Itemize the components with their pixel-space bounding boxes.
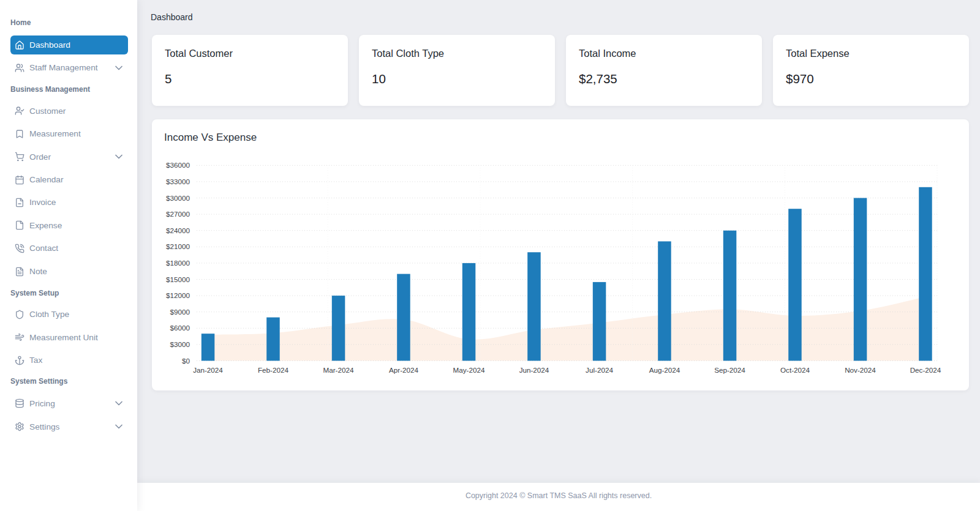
svg-text:$21000: $21000 [166,242,190,250]
svg-text:Dec-2024: Dec-2024 [910,366,941,374]
svg-text:Jan-2024: Jan-2024 [193,366,223,374]
svg-text:$9000: $9000 [170,308,190,316]
svg-text:$3000: $3000 [170,340,190,348]
svg-text:$18000: $18000 [166,259,190,267]
svg-text:Apr-2024: Apr-2024 [389,366,419,374]
svg-text:$6000: $6000 [170,324,190,332]
svg-text:$36000: $36000 [166,161,190,169]
svg-text:$27000: $27000 [166,210,190,218]
svg-text:Sep-2024: Sep-2024 [714,366,745,374]
svg-text:May-2024: May-2024 [453,366,485,374]
svg-text:Aug-2024: Aug-2024 [649,366,680,374]
svg-text:$30000: $30000 [166,194,190,202]
svg-text:$12000: $12000 [166,291,190,299]
svg-text:$15000: $15000 [166,275,190,283]
svg-text:Feb-2024: Feb-2024 [258,366,289,374]
svg-text:Jul-2024: Jul-2024 [586,366,613,374]
svg-text:Mar-2024: Mar-2024 [323,366,354,374]
svg-text:$33000: $33000 [166,177,190,185]
svg-text:Nov-2024: Nov-2024 [845,366,876,374]
svg-text:$24000: $24000 [166,226,190,234]
svg-text:$0: $0 [182,357,190,365]
svg-text:Jun-2024: Jun-2024 [519,366,549,374]
svg-text:Oct-2024: Oct-2024 [780,366,810,374]
